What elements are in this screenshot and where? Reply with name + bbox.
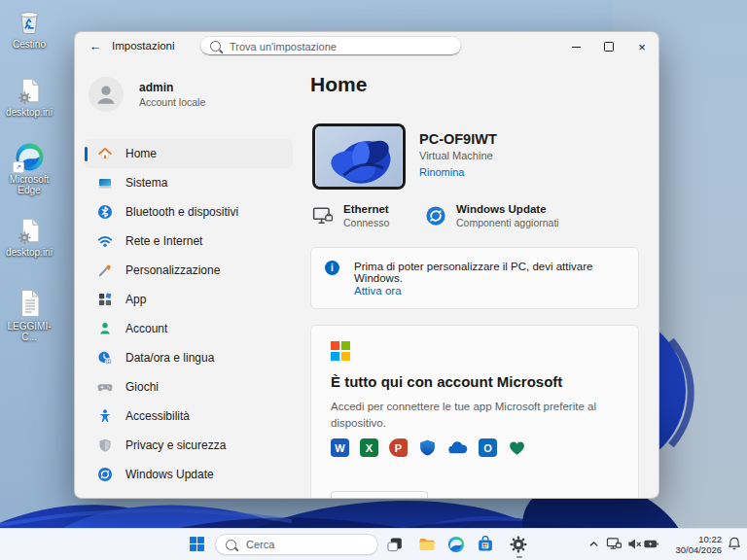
settings-content: Home PC-OF9IWT Virtual Machine Rinomina … (310, 61, 647, 499)
user-account-type: Account locale (139, 96, 205, 108)
desktop-icon-label: Cestino (2, 39, 56, 50)
ethernet-icon (312, 205, 334, 227)
recycle-bin-icon (2, 6, 56, 37)
tray-battery-icon[interactable] (643, 536, 659, 552)
sidebar-item-home[interactable]: Home (85, 139, 293, 168)
windows-update-icon (97, 467, 113, 482)
text-file-icon (2, 288, 56, 319)
windows-update-status[interactable]: Windows Update Componenti aggiornati (425, 203, 559, 228)
edge-icon: ↗ (2, 142, 56, 172)
page-title: Home (310, 73, 367, 96)
desktop: Cestino desktop.ini ↗ Microsoft Edge des… (0, 0, 747, 560)
time-language-icon (97, 350, 113, 366)
privacy-icon (97, 438, 113, 453)
settings-search-input[interactable] (228, 40, 451, 53)
info-icon: i (325, 261, 339, 275)
minimize-icon (572, 47, 581, 48)
shortcut-arrow-icon: ↗ (13, 161, 24, 173)
clock-time: 10:22 (665, 534, 722, 544)
microsoft-logo (331, 341, 350, 361)
user-name: admin (139, 81, 205, 94)
device-type: Virtual Machine (419, 150, 497, 161)
activate-now-link[interactable]: Attiva ora (354, 285, 402, 297)
windows-update-icon (425, 205, 446, 227)
desktop-icon-desktop-ini-1[interactable]: desktop.ini (2, 76, 56, 118)
system-icon (97, 175, 113, 191)
minimize-button[interactable] (559, 32, 592, 61)
window-title: Impostazioni (112, 40, 175, 52)
settings-open-indicator (516, 556, 522, 559)
notification-bell-icon[interactable] (727, 536, 742, 551)
sidebar-item-sistema[interactable]: Sistema (85, 168, 293, 197)
device-thumbnail (312, 123, 406, 190)
start-button[interactable] (189, 536, 205, 552)
taskbar-search-box[interactable] (215, 534, 378, 555)
sidebar-item-windows-update[interactable]: Windows Update (85, 460, 293, 489)
file-explorer-button[interactable] (418, 536, 436, 553)
sidebar-item-giochi[interactable]: Giochi (85, 372, 293, 402)
edge-button[interactable] (447, 536, 465, 553)
gaming-icon (97, 379, 113, 395)
tray-chevron-icon[interactable] (587, 538, 600, 550)
maximize-button[interactable] (592, 32, 625, 61)
activation-message: Prima di poter personalizzare il PC, dev… (354, 261, 630, 284)
personalization-icon (97, 262, 113, 278)
tray-volume-icon[interactable] (626, 536, 643, 552)
rename-link[interactable]: Rinomina (419, 166, 497, 178)
desktop-icon-recycle-bin[interactable]: Cestino (2, 6, 56, 50)
desktop-icon-desktop-ini-2[interactable]: desktop.ini (2, 216, 56, 258)
home-icon (97, 146, 113, 161)
card-title: È tutto qui con account Microsoft (331, 373, 562, 390)
selected-indicator (85, 147, 88, 161)
sidebar-item-bluetooth[interactable]: Bluetooth e dispositivi (85, 197, 293, 227)
signin-button-partial[interactable] (331, 491, 428, 499)
accessibility-icon (97, 408, 113, 424)
tray-network-icon[interactable] (606, 536, 622, 552)
task-view-button[interactable] (386, 536, 404, 553)
account-row[interactable]: admin Account locale (89, 77, 205, 112)
sidebar-item-app[interactable]: App (85, 285, 293, 314)
taskbar-search-input[interactable] (244, 538, 368, 551)
sidebar-item-privacy[interactable]: Privacy e sicurezza (85, 431, 293, 460)
apps-icon (97, 292, 113, 307)
sidebar-item-accessibilita[interactable]: Accessibilità (85, 402, 293, 431)
settings-sidebar: admin Account locale Home Sistema Blueto… (75, 61, 306, 498)
settings-search-box[interactable] (199, 36, 462, 56)
word-icon: W (331, 438, 349, 457)
close-icon: × (638, 40, 646, 54)
microsoft-account-card: È tutto qui con account Microsoft Accedi… (310, 325, 639, 499)
back-icon: ← (89, 39, 102, 53)
network-icon (97, 233, 113, 249)
clock-date: 30/04/2026 (665, 544, 722, 555)
desktop-icon-label: LEGGIMI-C... (2, 321, 56, 342)
defender-icon (418, 438, 437, 457)
bluetooth-icon (97, 204, 113, 220)
powerpoint-icon: P (389, 438, 408, 457)
card-body: Accedi per connettere le tue app Microso… (331, 399, 622, 431)
taskbar-clock[interactable]: 10:22 30/04/2026 (665, 534, 722, 555)
sidebar-nav: Home Sistema Bluetooth e dispositivi Ret… (85, 139, 293, 489)
store-button[interactable] (477, 536, 494, 553)
ini-file-icon (2, 76, 56, 105)
device-summary: PC-OF9IWT Virtual Machine Rinomina (312, 123, 497, 190)
back-button[interactable]: ← (85, 37, 106, 56)
device-name: PC-OF9IWT (419, 131, 497, 147)
desktop-icon-label: desktop.ini (2, 247, 56, 258)
ini-file-icon (2, 216, 56, 245)
status-row: Ethernet Connesso Windows Update Compone… (312, 203, 559, 228)
activation-banner: i Prima di poter personalizzare il PC, d… (310, 247, 639, 309)
excel-icon: X (360, 438, 378, 457)
app-icons-row: W X P O (331, 438, 526, 457)
sidebar-item-data-ora[interactable]: Data/ora e lingua (85, 343, 293, 372)
ethernet-status[interactable]: Ethernet Connesso (312, 203, 425, 228)
settings-gear-button[interactable] (510, 536, 527, 553)
sidebar-item-personalizzazione[interactable]: Personalizzazione (85, 256, 293, 285)
sidebar-item-rete[interactable]: Rete e Internet (85, 227, 293, 256)
account-icon (97, 321, 113, 336)
onedrive-icon (447, 440, 468, 455)
desktop-icon-microsoft-edge[interactable]: ↗ Microsoft Edge (2, 142, 56, 195)
close-button[interactable]: × (625, 32, 658, 61)
sidebar-item-account[interactable]: Account (85, 314, 293, 343)
desktop-icon-label: desktop.ini (2, 107, 56, 118)
desktop-icon-readme[interactable]: LEGGIMI-C... (2, 288, 56, 342)
